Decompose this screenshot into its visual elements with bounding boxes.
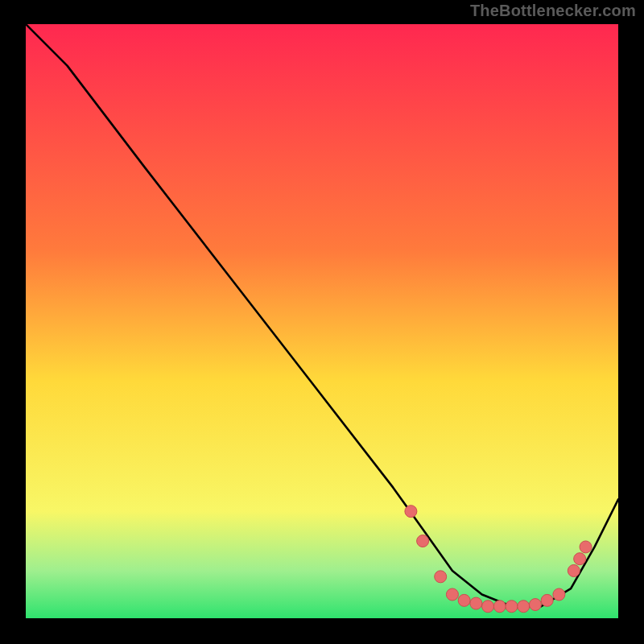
curve-marker [568, 564, 580, 576]
curve-marker [470, 597, 482, 609]
curve-marker [435, 571, 447, 583]
watermark-text: TheBottlenecker.com [470, 2, 636, 20]
curve-marker [574, 553, 586, 565]
curve-marker [446, 588, 458, 601]
curve-marker [458, 594, 470, 606]
curve-marker [518, 601, 530, 613]
chart-svg [26, 24, 618, 618]
curve-marker [493, 601, 506, 613]
plot-area [26, 24, 618, 618]
curve-marker [553, 588, 565, 601]
curve-marker [529, 599, 541, 611]
curve-marker [541, 594, 553, 606]
curve-marker [506, 601, 518, 613]
curve-marker [405, 506, 417, 518]
curve-marker [417, 535, 429, 547]
chart-frame: TheBottlenecker.com [0, 0, 644, 644]
gradient-background [26, 24, 618, 618]
curve-marker [482, 601, 494, 613]
curve-marker [580, 541, 592, 553]
